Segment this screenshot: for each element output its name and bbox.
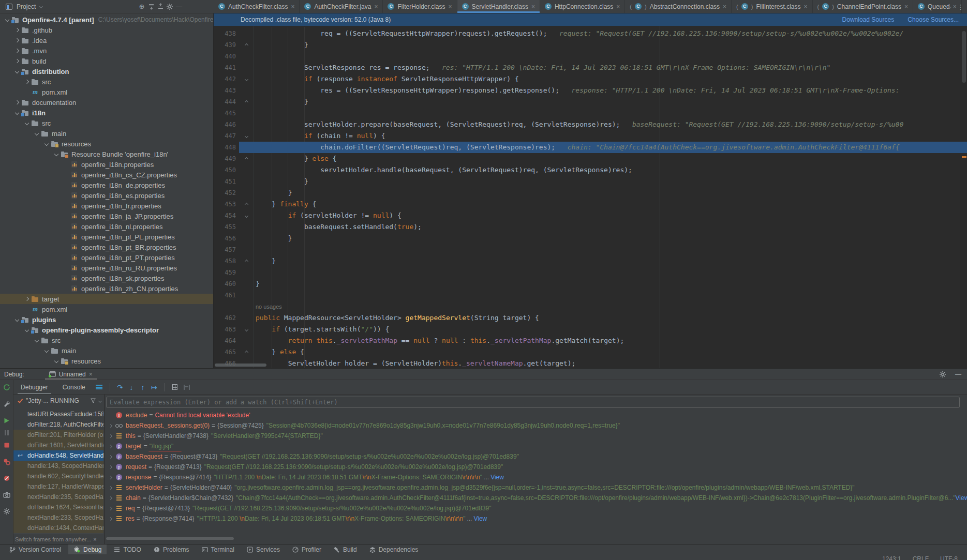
stack-frame[interactable]: doFilter:201, FilterHolder (or xyxy=(13,430,103,440)
tree-item[interactable]: src xyxy=(0,118,213,128)
editor-tab[interactable]: CFilterHolder.class× xyxy=(383,0,457,13)
tree-item[interactable]: documentation xyxy=(0,97,213,108)
close-icon[interactable]: × xyxy=(374,4,378,10)
tree-item[interactable]: Resource Bundle 'openfire_i18n' xyxy=(0,149,213,159)
chevron-right-icon[interactable] xyxy=(106,494,114,502)
fold-marker-icon[interactable] xyxy=(239,158,254,160)
stack-frame[interactable]: ↩doHandle:548, ServletHandler xyxy=(13,450,103,461)
stack-frame[interactable]: handle:143, ScopedHandler (o xyxy=(13,461,103,471)
pause-icon[interactable] xyxy=(2,429,11,437)
chevron-right-icon[interactable] xyxy=(106,463,114,471)
project-view-title[interactable]: Project xyxy=(17,3,36,10)
variable-row[interactable]: ptarget="/log.jsp" xyxy=(105,441,967,451)
chevron-down-icon[interactable] xyxy=(13,315,21,324)
chevron-right-icon[interactable] xyxy=(13,57,21,65)
editor-tab[interactable]: (C)FillInterest.class× xyxy=(732,0,812,13)
chevron-down-icon[interactable] xyxy=(52,357,61,365)
tree-item[interactable]: openfire_i18n_zh_CN.properties xyxy=(0,283,213,294)
chevron-down-icon[interactable] xyxy=(52,150,61,158)
chevron-right-icon[interactable] xyxy=(13,36,21,44)
toolwindow-button-debug[interactable]: Debug xyxy=(68,544,107,555)
close-icon[interactable]: × xyxy=(93,536,96,542)
debug-session-tab[interactable]: Unnamed × xyxy=(45,369,97,380)
tree-item[interactable]: Openfire-4.7.4 [parent]C:\Users\yosef\Do… xyxy=(0,14,213,25)
tree-item[interactable]: mpom.xml xyxy=(0,87,213,97)
fold-marker-icon[interactable] xyxy=(239,215,254,217)
editor-tab[interactable]: CAuthCheckFilter.class× xyxy=(214,0,300,13)
caret-position[interactable]: 1243:1 xyxy=(882,555,901,560)
stack-frame[interactable]: nextHandle:233, ScopedHandl xyxy=(13,512,103,523)
chevron-down-icon[interactable] xyxy=(23,119,31,127)
tab-console[interactable]: Console xyxy=(55,380,93,394)
view-link[interactable]: View xyxy=(956,494,967,502)
tree-item[interactable]: openfire_i18n_sk.properties xyxy=(0,273,213,283)
variable-row[interactable]: servletHolder={ServletHolder@7440}"org.j… xyxy=(105,482,967,493)
variable-row[interactable]: req={Request@7413}"Request(GET //192.168… xyxy=(105,503,967,513)
locate-file-icon[interactable]: ⊕ xyxy=(137,2,146,11)
filter-icon[interactable] xyxy=(90,398,96,404)
variable-row[interactable]: res={Response@7414}"HTTP/1.1 200 \nDate:… xyxy=(105,513,967,524)
fold-marker-icon[interactable] xyxy=(239,260,254,263)
tree-item[interactable]: openfire_i18n_ru_RU.properties xyxy=(0,263,213,273)
tree-item[interactable]: openfire_i18n_ja_JP.properties xyxy=(0,211,213,221)
variables-hscrollbar[interactable] xyxy=(106,537,234,540)
chevron-right-icon[interactable] xyxy=(106,421,114,430)
close-icon[interactable]: × xyxy=(291,4,294,10)
tab-options-icon[interactable]: ⋮ xyxy=(957,3,964,11)
close-icon[interactable]: × xyxy=(804,4,807,10)
variable-row[interactable]: !exclude=Cannot find local variable 'exc… xyxy=(105,410,967,420)
tree-item[interactable]: openfire_i18n_cs_CZ.properties xyxy=(0,170,213,180)
tree-item[interactable]: openfire_i18n.properties xyxy=(0,159,213,170)
tree-item[interactable]: plugins xyxy=(0,314,213,325)
chevron-down-icon[interactable] xyxy=(42,140,51,148)
fold-marker-icon[interactable] xyxy=(239,101,254,103)
close-icon[interactable]: × xyxy=(616,4,620,10)
toolwindow-button-services[interactable]: Services xyxy=(242,544,285,555)
chevron-down-icon[interactable] xyxy=(23,326,31,334)
fold-marker-icon[interactable] xyxy=(239,44,254,47)
chevron-down-icon[interactable] xyxy=(3,16,11,24)
chevron-down-icon[interactable] xyxy=(13,67,21,75)
chevron-right-icon[interactable] xyxy=(13,98,21,107)
tree-item[interactable]: .github xyxy=(0,25,213,35)
mute-breakpoints-icon[interactable] xyxy=(2,474,11,482)
tree-item[interactable]: i18n xyxy=(0,108,213,118)
chevron-right-icon[interactable] xyxy=(106,483,114,492)
download-sources-link[interactable]: Download Sources xyxy=(842,16,895,23)
fold-marker-icon[interactable] xyxy=(239,351,254,354)
chevron-right-icon[interactable] xyxy=(13,47,21,55)
chevron-down-icon[interactable] xyxy=(39,5,43,8)
tab-debugger[interactable]: Debugger xyxy=(13,380,55,394)
toolwindow-button-build[interactable]: Build xyxy=(329,544,362,555)
view-breakpoints-icon[interactable] xyxy=(2,458,11,466)
chevron-down-icon[interactable] xyxy=(13,109,21,117)
tree-item[interactable]: openfire_i18n_pt_PT.properties xyxy=(0,252,213,263)
editor-tab[interactable]: (C)AbstractConnection.class× xyxy=(625,0,732,13)
chevron-right-icon[interactable] xyxy=(106,473,114,481)
tree-item[interactable]: .mvn xyxy=(0,46,213,56)
variable-row[interactable]: pbaseRequest={Request@7413}"Request(GET … xyxy=(105,451,967,462)
stack-frame[interactable]: testURLPassesExclude:158, Au xyxy=(13,409,103,419)
evaluate-expression-input[interactable]: Evaluate expression (Enter) or add a wat… xyxy=(106,397,960,408)
tree-item[interactable]: src xyxy=(0,335,213,345)
chevron-right-icon[interactable] xyxy=(13,26,21,34)
editor-tab[interactable]: CServletHandler.class× xyxy=(457,0,540,13)
stack-frame[interactable]: doFilter:1601, ServletHandler xyxy=(13,440,103,450)
tree-item[interactable]: .idea xyxy=(0,35,213,46)
tree-item[interactable]: distribution xyxy=(0,66,213,77)
tree-item[interactable]: main xyxy=(0,128,213,139)
fold-marker-icon[interactable] xyxy=(239,203,254,206)
tree-item[interactable]: mpom.xml xyxy=(0,304,213,314)
editor-tab[interactable]: CAuthCheckFilter.java× xyxy=(300,0,383,13)
tree-item[interactable]: openfire_i18n_fr.properties xyxy=(0,201,213,211)
threads-view-icon[interactable] xyxy=(184,385,190,390)
close-icon[interactable]: × xyxy=(723,4,726,10)
tree-item[interactable]: main xyxy=(0,345,213,356)
close-icon[interactable]: × xyxy=(531,4,535,10)
variable-row[interactable]: baseRequest._sessions.get(0)={Session@74… xyxy=(105,420,967,431)
settings-icon[interactable] xyxy=(2,507,11,516)
chevron-down-icon[interactable] xyxy=(98,399,102,402)
chevron-right-icon[interactable] xyxy=(106,442,114,450)
tree-item[interactable]: openfire_i18n_de.properties xyxy=(0,180,213,190)
chevron-right-icon[interactable] xyxy=(23,295,31,303)
